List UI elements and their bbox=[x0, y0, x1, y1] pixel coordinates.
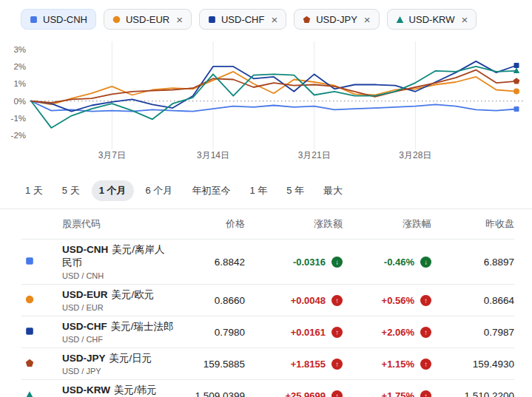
down-arrow-badge-icon: ↓ bbox=[331, 257, 343, 268]
change-cell-value: +1.8155 bbox=[291, 359, 326, 370]
range-option-4[interactable]: 6 个月 bbox=[138, 180, 181, 201]
up-arrow-badge-icon: ↑ bbox=[331, 390, 343, 397]
range-option-2[interactable]: 5 天 bbox=[55, 180, 87, 201]
table-row-usd-krw[interactable]: USD-KRW美元/韩元USD / KRW1,509.0399+25.9699↑… bbox=[21, 379, 514, 397]
row-marker bbox=[21, 325, 62, 339]
comparison-chip-usd-cnh[interactable]: USD-CNH bbox=[21, 9, 96, 30]
close-icon[interactable]: × bbox=[461, 14, 468, 25]
y-axis-label: 1% bbox=[13, 79, 26, 88]
up-arrow-badge-icon: ↑ bbox=[420, 390, 431, 397]
pair-sub: USD / JPY bbox=[62, 367, 174, 376]
comparison-chips: USD-CNHUSD-EUR×USD-CHF×USD-JPY×USD-KRW× bbox=[0, 0, 532, 30]
y-axis-label: -2% bbox=[11, 131, 26, 140]
row-marker bbox=[21, 389, 62, 397]
chip-label: USD-CNH bbox=[43, 14, 87, 25]
table-row-usd-chf[interactable]: USD-CHF美元/瑞士法郎USD / CHF0.7980+0.0161↑+2.… bbox=[21, 316, 514, 347]
col-change-pct: 涨跌幅 bbox=[343, 217, 431, 231]
table-row-usd-jpy[interactable]: USD-JPY美元/日元USD / JPY159.5885+1.8155↑+1.… bbox=[21, 347, 514, 379]
price-cell: 0.7980 bbox=[174, 327, 245, 338]
chip-label: USD-EUR bbox=[126, 14, 169, 25]
pair-name: 美元/瑞士法郎 bbox=[111, 321, 174, 332]
change-pct-cell-value: +2.06% bbox=[382, 327, 414, 338]
range-option-1[interactable]: 1 天 bbox=[18, 180, 50, 201]
y-axis-label: 3% bbox=[13, 45, 26, 54]
ticker: USD-CHF bbox=[62, 321, 107, 332]
range-option-7[interactable]: 5 年 bbox=[279, 180, 312, 201]
series-line-usd-chf bbox=[31, 61, 516, 112]
ticker: USD-CNH bbox=[62, 244, 108, 255]
ticker: USD-EUR bbox=[62, 289, 108, 300]
range-option-6[interactable]: 1 年 bbox=[242, 180, 275, 201]
x-axis-label: 3月7日 bbox=[98, 150, 126, 160]
pentagon-marker-icon bbox=[25, 359, 34, 367]
symbol-cell: USD-CNH美元/离岸人民币USD / CNH bbox=[62, 243, 174, 280]
series-line-usd-krw bbox=[31, 67, 516, 128]
range-option-5[interactable]: 年初至今 bbox=[184, 180, 238, 201]
pair-name: 美元/韩元 bbox=[114, 384, 157, 396]
close-icon[interactable]: × bbox=[271, 14, 277, 25]
chip-label: USD-CHF bbox=[221, 14, 265, 25]
change-cell: +0.0048↑ bbox=[245, 295, 343, 306]
up-arrow-badge-icon: ↑ bbox=[331, 359, 343, 370]
table-row-usd-cnh[interactable]: USD-CNH美元/离岸人民币USD / CNH6.8842-0.0316↓-0… bbox=[21, 239, 514, 284]
pentagon-marker-icon bbox=[303, 16, 311, 24]
symbol-cell: USD-EUR美元/欧元USD / EUR bbox=[62, 288, 174, 312]
square-marker-icon bbox=[25, 257, 34, 265]
chip-label: USD-JPY bbox=[316, 14, 357, 25]
prev-close-cell: 1,510.2200 bbox=[431, 390, 514, 397]
ticker: USD-JPY bbox=[62, 353, 106, 364]
price-cell: 1,509.0399 bbox=[174, 390, 245, 397]
series-end-marker-usd-chf bbox=[514, 63, 519, 68]
change-cell: -0.0316↓ bbox=[245, 257, 343, 268]
x-axis-label: 3月21日 bbox=[298, 150, 331, 160]
symbol-cell: USD-CHF美元/瑞士法郎USD / CHF bbox=[62, 320, 174, 344]
close-icon[interactable]: × bbox=[364, 14, 371, 25]
up-arrow-badge-icon: ↑ bbox=[331, 295, 343, 306]
range-option-8[interactable]: 最大 bbox=[316, 180, 350, 201]
change-pct-cell: +0.56%↑ bbox=[343, 295, 431, 306]
change-cell-value: +25.9699 bbox=[285, 390, 326, 397]
comparison-chip-usd-eur[interactable]: USD-EUR× bbox=[104, 9, 192, 30]
circle-marker-icon bbox=[112, 16, 121, 24]
table-body: USD-CNH美元/离岸人民币USD / CNH6.8842-0.0316↓-0… bbox=[21, 239, 514, 397]
comparison-chip-usd-jpy[interactable]: USD-JPY× bbox=[294, 9, 379, 30]
down-arrow-badge-icon: ↓ bbox=[420, 257, 431, 268]
up-arrow-badge-icon: ↑ bbox=[420, 327, 431, 338]
symbol-cell: USD-JPY美元/日元USD / JPY bbox=[62, 352, 174, 376]
square-marker-icon bbox=[208, 16, 216, 24]
pair-sub: USD / EUR bbox=[62, 303, 174, 312]
up-arrow-badge-icon: ↑ bbox=[420, 295, 431, 306]
table-header: 股票代码 价格 涨跌额 涨跌幅 昨收盘 bbox=[21, 209, 514, 239]
change-pct-cell: +1.75%↑ bbox=[343, 390, 431, 397]
col-symbol: 股票代码 bbox=[62, 217, 174, 231]
price-chart-svg[interactable]: 3月7日3月14日3月21日3月28日3%2%1%0%-1%-2% bbox=[1, 35, 530, 170]
pair-name: 美元/日元 bbox=[110, 353, 152, 364]
prev-close-cell: 159.4930 bbox=[431, 359, 514, 370]
price-cell: 0.8660 bbox=[174, 295, 245, 306]
y-axis-label: 2% bbox=[13, 62, 26, 71]
chip-label: USD-KRW bbox=[409, 14, 455, 25]
symbol-cell: USD-KRW美元/韩元USD / KRW bbox=[62, 384, 174, 397]
comparison-chip-usd-chf[interactable]: USD-CHF× bbox=[199, 9, 286, 30]
change-cell: +1.8155↑ bbox=[245, 359, 343, 370]
triangle-marker-icon bbox=[396, 16, 404, 24]
row-marker bbox=[21, 357, 62, 370]
table-row-usd-eur[interactable]: USD-EUR美元/欧元USD / EUR0.8660+0.0048↑+0.56… bbox=[21, 284, 514, 316]
col-change: 涨跌额 bbox=[245, 217, 343, 231]
series-end-marker-usd-cnh bbox=[514, 106, 519, 112]
square-marker-icon bbox=[30, 16, 38, 24]
circle-marker-icon bbox=[25, 295, 34, 304]
close-icon[interactable]: × bbox=[176, 14, 183, 25]
pair-sub: USD / CHF bbox=[62, 335, 174, 344]
row-marker bbox=[21, 293, 62, 307]
price-chart[interactable]: 3月7日3月14日3月21日3月28日3%2%1%0%-1%-2% bbox=[0, 35, 532, 173]
y-axis-label: -1% bbox=[11, 114, 26, 123]
range-selector: 1 天5 天1 个月6 个月年初至今1 年5 年最大 bbox=[0, 173, 532, 201]
change-cell-value: +0.0048 bbox=[291, 295, 326, 306]
change-cell: +25.9699↑ bbox=[245, 390, 343, 397]
range-option-3[interactable]: 1 个月 bbox=[92, 180, 134, 201]
comparison-chip-usd-krw[interactable]: USD-KRW× bbox=[387, 9, 477, 30]
ticker: USD-KRW bbox=[62, 384, 110, 396]
change-pct-cell-value: +1.15% bbox=[382, 359, 414, 370]
col-price: 价格 bbox=[174, 217, 245, 231]
